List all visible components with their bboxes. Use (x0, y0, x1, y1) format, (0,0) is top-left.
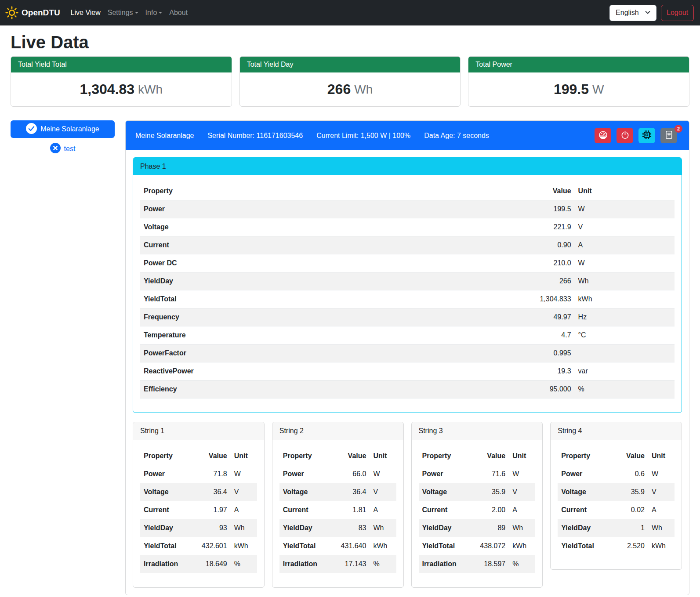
table-row: Voltage35.9V (558, 483, 675, 501)
string-card-body: Property Value Unit Power71.6WVoltage35.… (412, 440, 543, 587)
column-header-property: Property (279, 447, 328, 465)
property-cell: Power (558, 465, 606, 483)
unit-cell: kWh (231, 537, 257, 555)
unit-cell: W (509, 465, 535, 483)
table-row: Voltage36.4V (279, 483, 396, 501)
property-cell: Power (279, 465, 328, 483)
string-card-body: Property Value Unit Power66.0WVoltage36.… (272, 440, 403, 587)
event-count-badge: 2 (675, 125, 682, 133)
table-row: Irradiation18.649% (140, 555, 257, 573)
strings-row: String 1 Property Value Unit Power71.8WV… (133, 422, 682, 588)
column-header-value: Value (496, 182, 575, 200)
summary-card-total-power: Total Power 199.5 W (468, 56, 689, 107)
property-cell: Current (140, 501, 189, 519)
unit-cell: kWh (509, 537, 535, 555)
summary-card-value: 266 (327, 81, 351, 98)
unit-cell: W (575, 254, 675, 272)
inverter-limit: Current Limit: 1,500 W | 100% (316, 132, 410, 140)
table-row: Irradiation18.597% (419, 555, 536, 573)
property-cell: ReactivePower (140, 362, 496, 380)
summary-card-unit: W (592, 83, 604, 97)
language-select[interactable]: English (609, 5, 656, 21)
nav-item-about[interactable]: About (166, 5, 191, 20)
summary-card-title: Total Yield Day (240, 57, 461, 72)
value-cell: 17.143 (328, 555, 370, 573)
table-row: Voltage221.9V (140, 218, 675, 236)
inverter-card-body: Phase 1 Property Value Unit (126, 150, 689, 595)
column-header-value: Value (467, 447, 509, 465)
nav-item-info[interactable]: Info (142, 5, 166, 20)
summary-card-title: Total Power (468, 57, 689, 72)
inverter-name: Meine Solaranlage (135, 132, 194, 140)
unit-cell: kWh (575, 290, 675, 308)
limit-settings-button[interactable] (595, 128, 611, 143)
column-header-value: Value (189, 447, 231, 465)
string-table: Property Value Unit Power71.8WVoltage36.… (140, 447, 257, 573)
nav-links: Live View Settings Info About (67, 5, 192, 20)
sidebar-item-test[interactable]: test (11, 143, 115, 155)
value-cell: 49.97 (496, 308, 575, 326)
value-cell: 89 (467, 519, 509, 537)
power-icon (620, 130, 630, 141)
property-cell: PowerFactor (140, 344, 496, 362)
table-row: PowerFactor0.995 (140, 344, 675, 362)
property-cell: Current (279, 501, 328, 519)
inverter-actions: 2 (595, 128, 677, 143)
unit-cell: % (509, 555, 535, 573)
string-table: Property Value Unit Power71.6WVoltage35.… (419, 447, 536, 573)
unit-cell: var (575, 362, 675, 380)
table-header-row: Property Value Unit (140, 447, 257, 465)
caret-down-icon (159, 12, 162, 14)
value-cell: 93 (189, 519, 231, 537)
inverter-card: Meine Solaranlage Serial Number: 1161716… (125, 120, 689, 595)
table-header-row: Property Value Unit (140, 182, 675, 200)
caret-down-icon (135, 12, 138, 14)
property-cell: Voltage (140, 218, 496, 236)
column-header-property: Property (558, 447, 606, 465)
device-info-button[interactable] (638, 128, 655, 143)
property-cell: Voltage (279, 483, 328, 501)
logout-button[interactable]: Logout (661, 5, 694, 21)
unit-cell: kWh (648, 537, 675, 555)
string-table: Property Value Unit Power66.0WVoltage36.… (279, 447, 396, 573)
column-header-unit: Unit (370, 447, 396, 465)
column-header-value: Value (606, 447, 648, 465)
table-row: YieldDay266Wh (140, 272, 675, 290)
value-cell: 83 (328, 519, 370, 537)
string-card: String 2 Property Value Unit Power66.0WV… (272, 422, 404, 588)
main-column: Meine Solaranlage Serial Number: 1161716… (125, 120, 689, 595)
value-cell: 4.7 (496, 326, 575, 344)
phase-card-body: Property Value Unit Power199.5WVoltage22… (133, 175, 682, 412)
power-settings-button[interactable] (617, 128, 633, 143)
event-log-button[interactable]: 2 (660, 128, 677, 143)
sun-icon (5, 6, 18, 19)
value-cell: 438.072 (467, 537, 509, 555)
property-cell: Frequency (140, 308, 496, 326)
table-row: Irradiation17.143% (279, 555, 396, 573)
nav-item-label: Info (145, 9, 157, 17)
table-row: YieldTotal438.072kWh (419, 537, 536, 555)
summary-card-body: 199.5 W (468, 72, 689, 106)
sidebar-item-meine-solaranlage[interactable]: Meine Solaranlage (11, 120, 115, 138)
unit-cell: °C (575, 326, 675, 344)
table-row: Current1.81A (279, 501, 396, 519)
nav-item-label: About (169, 9, 188, 17)
property-cell: Current (419, 501, 467, 519)
property-cell: Power (140, 200, 496, 218)
inverter-sidebar: Meine Solaranlage test (11, 120, 115, 155)
navbar: OpenDTU Live View Settings Info About En… (0, 0, 700, 25)
unit-cell: Hz (575, 308, 675, 326)
table-row: Power199.5W (140, 200, 675, 218)
brand[interactable]: OpenDTU (5, 6, 60, 19)
nav-item-settings[interactable]: Settings (104, 5, 142, 20)
table-header-row: Property Value Unit (558, 447, 675, 465)
table-row: Power DC210.0W (140, 254, 675, 272)
nav-item-live-view[interactable]: Live View (67, 5, 104, 20)
table-row: YieldTotal2.520kWh (558, 537, 675, 555)
sidebar-item-label: Meine Solaranlage (40, 125, 99, 133)
summary-card-title: Total Yield Total (11, 57, 232, 72)
value-cell: 1,304.833 (496, 290, 575, 308)
table-row: Efficiency95.000% (140, 380, 675, 398)
table-row: Frequency49.97Hz (140, 308, 675, 326)
value-cell: 71.8 (189, 465, 231, 483)
